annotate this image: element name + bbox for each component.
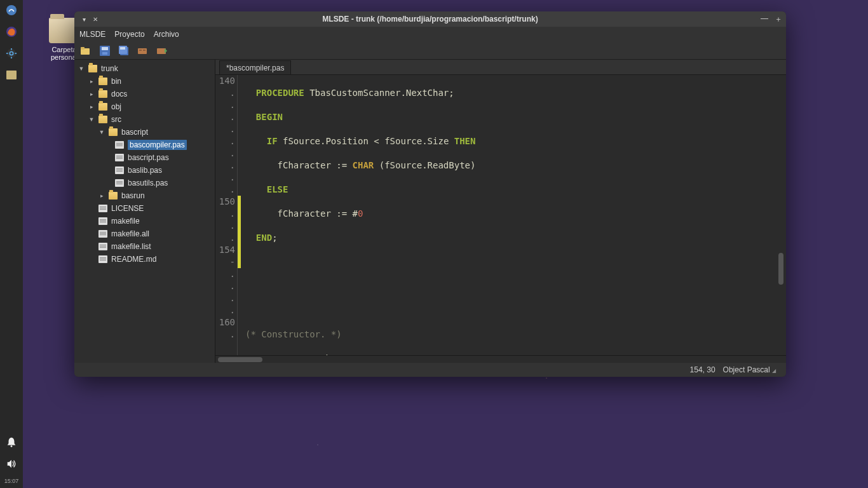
window-titlebar[interactable]: ▾ ✕ MLSDE - trunk (/home/burdjia/program…: [74, 11, 786, 27]
window-menu-icon[interactable]: ▾: [81, 16, 87, 22]
volume-icon[interactable]: [4, 456, 19, 471]
svg-rect-11: [81, 47, 85, 50]
tree-node-basrun[interactable]: ▸basrun: [74, 189, 215, 202]
svg-point-0: [6, 5, 17, 15]
editor-tabbar: *bascompiler.pas: [215, 60, 786, 75]
folder-icon: [98, 78, 107, 85]
svg-rect-17: [120, 47, 125, 50]
file-icon: [98, 255, 107, 263]
folder-icon: [98, 90, 107, 98]
vertical-scrollbar[interactable]: [778, 94, 785, 342]
tree-node-basutils[interactable]: basutils.pas: [74, 177, 215, 189]
menu-proyecto[interactable]: Proyecto: [114, 30, 144, 39]
save-button[interactable]: [98, 44, 111, 57]
app-icon[interactable]: [4, 67, 19, 83]
project-tree: ▼trunk ▸bin ▸docs ▸obj ▼src ▼bascript ba…: [74, 60, 215, 363]
editor-pane: *bascompiler.pas 140 . . . . . . . . . 1…: [215, 60, 786, 363]
folder-icon: [98, 116, 107, 123]
file-icon: [115, 141, 124, 149]
file-icon: [98, 230, 107, 238]
tree-node-readme[interactable]: README.md: [74, 253, 215, 266]
toolbar: [74, 42, 786, 60]
run-button[interactable]: [156, 44, 168, 57]
tree-node-bascript[interactable]: ▼bascript: [74, 126, 215, 139]
horizontal-scrollbar[interactable]: [215, 355, 786, 363]
file-icon: [98, 243, 107, 250]
file-icon: [115, 154, 124, 161]
menu-mlsde[interactable]: MLSDE: [79, 30, 105, 39]
editor-tab-bascompiler[interactable]: *bascompiler.pas: [219, 60, 291, 74]
tree-node-makefile[interactable]: makefile: [74, 215, 215, 227]
save-all-button[interactable]: [118, 44, 130, 57]
svg-rect-21: [157, 48, 166, 54]
settings-icon[interactable]: [4, 46, 19, 61]
tree-node-bascript-file[interactable]: bascript.pas: [74, 151, 215, 164]
tree-node-docs[interactable]: ▸docs: [74, 88, 215, 100]
window-minimize-icon[interactable]: —: [761, 14, 768, 25]
window-maximize-icon[interactable]: ＋: [775, 14, 782, 25]
tree-node-src[interactable]: ▼src: [74, 113, 215, 126]
menu-archivo[interactable]: Archivo: [154, 30, 179, 39]
tree-node-makefile-list[interactable]: makefile.list: [74, 240, 215, 253]
xfce-menu-icon[interactable]: [4, 3, 19, 18]
cursor-position: 154, 30: [690, 365, 715, 374]
ide-window: ▾ ✕ MLSDE - trunk (/home/burdjia/program…: [74, 11, 786, 377]
window-title: MLSDE - trunk (/home/burdjia/programacio…: [322, 15, 538, 24]
svg-rect-16: [119, 46, 127, 54]
open-folder-button[interactable]: [79, 44, 92, 57]
language-mode[interactable]: Object Pascal ◢: [723, 365, 776, 374]
file-icon: [115, 166, 124, 174]
svg-point-2: [7, 49, 16, 58]
menu-bar: MLSDE Proyecto Archivo: [74, 27, 786, 42]
status-bar: 154, 30 Object Pascal ◢: [74, 363, 786, 377]
tree-node-license[interactable]: LICENSE: [74, 202, 215, 215]
svg-point-9: [11, 445, 13, 447]
build-button[interactable]: [137, 44, 149, 57]
window-close-icon[interactable]: ✕: [92, 16, 98, 22]
code-content: PROCEDURE TbasCustomScanner.NextChar; BE…: [241, 75, 786, 355]
svg-rect-14: [102, 52, 107, 55]
folder-icon: [98, 103, 107, 111]
tree-node-obj[interactable]: ▸obj: [74, 100, 215, 113]
svg-rect-18: [138, 48, 147, 54]
file-icon: [98, 205, 107, 212]
svg-rect-19: [139, 50, 142, 51]
file-icon: [98, 217, 107, 225]
folder-icon: [109, 128, 118, 136]
folder-icon: [88, 65, 97, 72]
code-editor[interactable]: 140 . . . . . . . . . 150 . . . 154 - .: [215, 75, 786, 355]
file-icon: [115, 179, 124, 187]
notification-bell-icon[interactable]: [4, 435, 19, 450]
tree-node-baslib[interactable]: baslib.pas: [74, 164, 215, 177]
firefox-icon[interactable]: [4, 24, 19, 39]
tree-node-trunk[interactable]: ▼trunk: [74, 62, 215, 75]
folder-icon: [109, 192, 118, 200]
line-gutter: 140 . . . . . . . . . 150 . . . 154 - .: [215, 75, 238, 355]
tree-node-bin[interactable]: ▸bin: [74, 75, 215, 88]
svg-rect-13: [102, 47, 108, 50]
svg-rect-20: [143, 50, 146, 51]
svg-rect-8: [6, 71, 17, 79]
tree-node-bascompiler[interactable]: bascompiler.pas: [74, 139, 215, 151]
tree-node-makefile-all[interactable]: makefile.all: [74, 227, 215, 240]
change-marker-strip: [238, 75, 241, 355]
desktop-dock: 15:07: [0, 0, 23, 488]
clock-text[interactable]: 15:07: [4, 478, 19, 484]
